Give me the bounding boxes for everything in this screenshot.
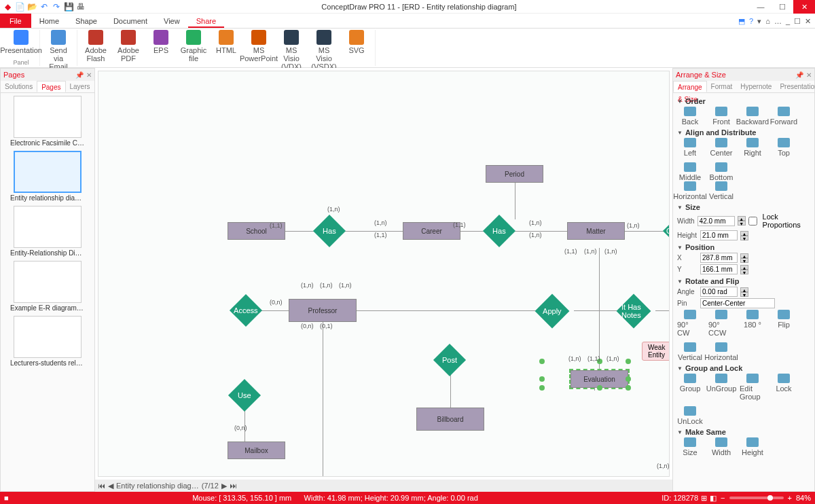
- close-panel-icon[interactable]: ✕: [86, 71, 92, 79]
- pages-tab-pages[interactable]: Pages: [37, 81, 65, 92]
- relationship-post[interactable]: Post: [433, 344, 466, 376]
- section-align-and-distribute[interactable]: Align and Distribute: [677, 128, 810, 137]
- relationship-apply[interactable]: Apply: [535, 294, 570, 329]
- lock-proportions-checkbox[interactable]: [748, 217, 757, 226]
- entity-period[interactable]: Period: [486, 165, 543, 183]
- width-spin[interactable]: ▼: [738, 221, 746, 226]
- ribbon-adobe-pdf[interactable]: Adobe PDF: [114, 30, 143, 71]
- tab-last-icon[interactable]: ⏭: [230, 482, 237, 490]
- pos-x-input[interactable]: [700, 253, 738, 263]
- group-unlock[interactable]: UnLock: [677, 406, 703, 425]
- group-ungroup[interactable]: UnGroup: [708, 374, 734, 401]
- relationship-has[interactable]: Has: [483, 215, 515, 247]
- angle-spin[interactable]: ▲: [740, 287, 748, 292]
- open-icon[interactable]: 📂: [27, 2, 37, 12]
- status-icon-2[interactable]: ◧: [710, 494, 717, 503]
- height-input[interactable]: [700, 230, 738, 240]
- entity-professor[interactable]: Professor: [289, 299, 357, 322]
- callout-weak-entity[interactable]: Weak Entity: [642, 342, 670, 361]
- section-size[interactable]: Size: [677, 203, 810, 211]
- section-order[interactable]: Order: [677, 97, 810, 105]
- maximize-button[interactable]: ☐: [772, 0, 793, 14]
- group-edit-group[interactable]: Edit Group: [740, 374, 765, 401]
- width-spin[interactable]: ▲: [738, 216, 746, 221]
- relationship-use[interactable]: Use: [228, 379, 261, 412]
- selection-handle[interactable]: [626, 385, 631, 391]
- ribbon-send-via-email[interactable]: Send via Email: [44, 30, 73, 71]
- diagram-canvas[interactable]: SchoolCareerMatterPeriodProfessorBillboa…: [98, 71, 670, 477]
- rotate--ccw[interactable]: 90° CCW: [708, 310, 734, 337]
- angle-input[interactable]: [700, 287, 738, 297]
- rotate-horizontal[interactable]: Horizontal: [708, 342, 734, 361]
- selection-handle[interactable]: [597, 385, 602, 391]
- ribbon-ms-powerpoint[interactable]: MS PowerPoint: [244, 30, 273, 71]
- zoom-in-icon[interactable]: +: [788, 494, 792, 502]
- page-tab-name[interactable]: Entity relationship diag…: [116, 482, 199, 490]
- arrange-tab-format[interactable]: Format: [707, 81, 737, 92]
- selection-handle[interactable]: [626, 376, 631, 382]
- menu-tab-home[interactable]: Home: [31, 14, 67, 28]
- distribute-horizontal[interactable]: Horizontal: [677, 181, 703, 200]
- relationship-it-has-notes[interactable]: It Has Notes: [617, 294, 651, 329]
- tab-first-icon[interactable]: ⏮: [98, 482, 105, 490]
- help-icon[interactable]: ⬒: [738, 14, 745, 28]
- pages-tab-layers[interactable]: Layers: [66, 81, 94, 92]
- align-center[interactable]: Center: [708, 138, 734, 157]
- arrange-tab-presentation[interactable]: Presentation: [776, 81, 815, 92]
- align-top[interactable]: Top: [771, 138, 797, 157]
- pos-x-spin[interactable]: ▲: [740, 253, 748, 258]
- group-lock[interactable]: Lock: [771, 374, 797, 401]
- redo-icon[interactable]: ↷: [52, 2, 61, 12]
- height-spin[interactable]: ▲: [740, 231, 748, 236]
- same-size[interactable]: Size: [677, 437, 703, 456]
- status-icon-1[interactable]: ⊞: [701, 494, 707, 503]
- align-left[interactable]: Left: [677, 138, 703, 157]
- tab-prev-icon[interactable]: ◀: [108, 482, 113, 490]
- page-thumbnail[interactable]: Electronic Facsimile Coll...: [3, 96, 92, 147]
- tab-next-icon[interactable]: ▶: [221, 482, 227, 490]
- ribbon-html[interactable]: HTML: [212, 30, 240, 71]
- rotate--cw[interactable]: 90° CW: [677, 310, 703, 337]
- order-front[interactable]: Front: [708, 107, 734, 126]
- page-thumbnail[interactable]: Example E-R diagram ext...: [3, 261, 92, 312]
- relationship-has[interactable]: Has: [313, 215, 346, 247]
- selection-handle[interactable]: [539, 359, 545, 364]
- same-width[interactable]: Width: [708, 437, 734, 456]
- align-right[interactable]: Right: [740, 138, 765, 157]
- print-icon[interactable]: 🖶: [76, 2, 86, 12]
- angle-spin[interactable]: ▼: [740, 292, 748, 297]
- entity-matter[interactable]: Matter: [567, 222, 625, 240]
- relationship-contain[interactable]: Contain: [663, 215, 670, 247]
- selection-handle[interactable]: [539, 376, 545, 382]
- ribbon-svg[interactable]: SVG: [342, 30, 371, 71]
- height-spin[interactable]: ▼: [740, 236, 748, 240]
- child-max-icon[interactable]: ☐: [794, 14, 801, 28]
- section-position[interactable]: Position: [677, 243, 810, 251]
- ribbon-presentation[interactable]: Presentation: [7, 30, 35, 54]
- save-icon[interactable]: 💾: [64, 2, 73, 12]
- align-bottom[interactable]: Bottom: [708, 162, 734, 181]
- ribbon-adobe-flash[interactable]: Adobe Flash: [82, 30, 110, 71]
- arrange-tab-hypernote[interactable]: Hypernote: [736, 81, 776, 92]
- ribbon-graphic-file[interactable]: Graphic file: [179, 30, 208, 71]
- close-panel-icon[interactable]: ✕: [806, 71, 812, 79]
- menu-tab-shape[interactable]: Shape: [67, 14, 105, 28]
- ribbon-ms-visio-vdx-[interactable]: MS Visio (VDX): [277, 30, 306, 71]
- width-input[interactable]: [698, 216, 735, 226]
- menu-tab-view[interactable]: View: [156, 14, 188, 28]
- order-backward[interactable]: Backward: [740, 107, 765, 126]
- home-icon[interactable]: ⌂: [765, 14, 770, 28]
- zoom-slider[interactable]: [729, 497, 784, 499]
- entity-career[interactable]: Career: [403, 222, 460, 240]
- relationship-access[interactable]: Access: [230, 294, 262, 327]
- info-icon[interactable]: ?: [749, 14, 753, 28]
- selection-handle[interactable]: [539, 385, 545, 391]
- ribbon-min-icon[interactable]: ▾: [757, 14, 761, 28]
- group-group[interactable]: Group: [677, 374, 703, 401]
- align-middle[interactable]: Middle: [677, 162, 703, 181]
- section-group-and-lock[interactable]: Group and Lock: [677, 364, 810, 372]
- page-thumbnail[interactable]: Entity-Relationship Diagr...: [3, 206, 92, 257]
- order-back[interactable]: Back: [677, 107, 703, 126]
- pos-y-input[interactable]: [700, 264, 738, 274]
- selection-handle[interactable]: [626, 359, 631, 364]
